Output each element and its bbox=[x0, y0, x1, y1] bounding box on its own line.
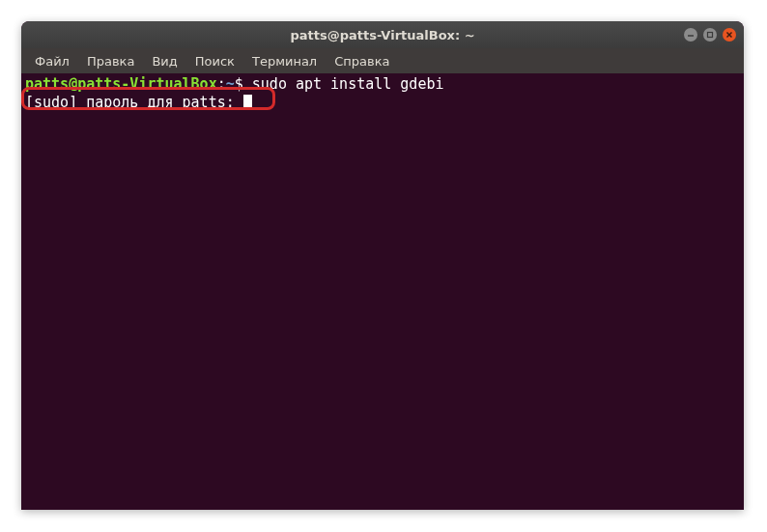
menu-terminal[interactable]: Терминал bbox=[244, 51, 325, 71]
close-icon bbox=[725, 31, 733, 39]
menu-search[interactable]: Поиск bbox=[187, 51, 242, 71]
terminal-line-1: patts@patts-VirtualBox:~$ sudo apt insta… bbox=[25, 75, 740, 94]
prompt-sep: : bbox=[217, 75, 226, 93]
command-value: sudo apt install gdebi bbox=[252, 75, 444, 93]
prompt-symbol: $ bbox=[235, 75, 243, 93]
svg-rect-1 bbox=[708, 33, 713, 38]
window-controls bbox=[684, 28, 736, 42]
window-title: patts@patts-VirtualBox: ~ bbox=[290, 28, 474, 42]
menu-file[interactable]: Файл bbox=[27, 51, 77, 71]
menu-help[interactable]: Справка bbox=[327, 51, 397, 71]
maximize-button[interactable] bbox=[703, 28, 717, 42]
cursor bbox=[243, 95, 252, 110]
terminal-line-2: [sudo] пароль для patts: bbox=[25, 94, 740, 112]
terminal-window: patts@patts-VirtualBox: ~ Файл Правка Ви… bbox=[21, 21, 744, 510]
close-button[interactable] bbox=[723, 28, 736, 42]
prompt-user-host: patts@patts-VirtualBox bbox=[25, 75, 217, 93]
terminal-body[interactable]: patts@patts-VirtualBox:~$ sudo apt insta… bbox=[21, 73, 744, 510]
sudo-prompt-text: [sudo] пароль для patts: bbox=[25, 94, 243, 111]
command-text: sudo apt install gdebi bbox=[243, 75, 444, 93]
maximize-icon bbox=[706, 31, 714, 39]
prompt-path: ~ bbox=[226, 75, 235, 93]
minimize-button[interactable] bbox=[684, 28, 697, 42]
minimize-icon bbox=[687, 31, 695, 39]
titlebar[interactable]: patts@patts-VirtualBox: ~ bbox=[21, 21, 744, 48]
menu-view[interactable]: Вид bbox=[144, 51, 185, 71]
menu-edit[interactable]: Правка bbox=[79, 51, 142, 71]
menubar: Файл Правка Вид Поиск Терминал Справка bbox=[21, 48, 744, 73]
